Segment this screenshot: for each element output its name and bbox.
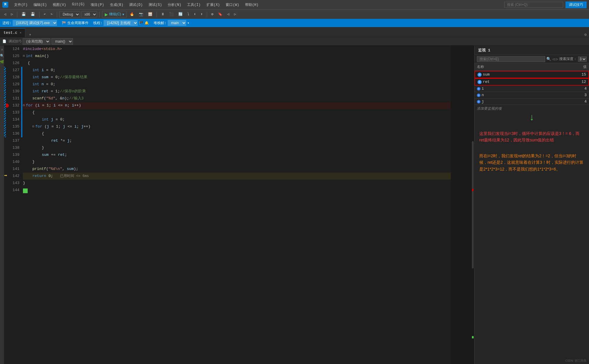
function-select[interactable]: main() <box>51 38 73 45</box>
toolbar-restart[interactable]: 🔄 <box>177 11 184 17</box>
toolbar-fire[interactable]: 🔥 <box>128 11 136 17</box>
toolbar-save[interactable]: 💾 <box>20 11 28 17</box>
annotation-arrow: ↓ <box>475 112 589 123</box>
code-line-125: ⊟ int main() <box>23 53 451 60</box>
annotation-area: 这里我们发现当i=3时，循环中计算的应该是3！= 6，而ret最终结果为12，因… <box>475 126 589 177</box>
minimap-thumb[interactable] <box>472 141 474 268</box>
code-line-139: sum += ret; <box>23 151 451 158</box>
collapse-125[interactable]: ⊟ <box>23 53 25 60</box>
toolbar-nav1[interactable]: ◁ <box>225 11 231 17</box>
toolbar-pause[interactable]: ⏸ <box>159 11 166 17</box>
code-area[interactable]: #include<stdio.h> ⊟ int main() { int i =… <box>21 46 451 364</box>
watch-depth-select[interactable]: 3 <box>578 56 587 62</box>
tab-test-c[interactable]: test.c × <box>0 28 25 37</box>
global-search-input[interactable] <box>504 2 563 8</box>
watch-row-j[interactable]: ◎ j 4 <box>475 98 589 105</box>
continue-button[interactable]: ▶ 继续(C) ▾ <box>102 11 127 18</box>
toolbar-nav2[interactable]: ▷ <box>232 11 238 17</box>
code-line-126: { <box>23 60 451 67</box>
menu-edit[interactable]: 编辑(E) <box>31 2 49 8</box>
menu-extensions[interactable]: 扩展(X) <box>204 2 222 8</box>
play-icon: ▶ <box>105 12 108 17</box>
gutter-141: 141 <box>4 166 21 173</box>
thread-select[interactable]: [14292] 主线程 <box>104 20 138 26</box>
toolbar-undo[interactable]: ↶ <box>42 11 47 17</box>
scope-bar: 📄 调试技巧 (全局范围) main() <box>0 37 589 46</box>
tab-close[interactable]: × <box>20 31 22 35</box>
watch-back-icon[interactable]: ◁ <box>552 57 555 61</box>
toolbar-window[interactable]: 🪟 <box>146 11 154 17</box>
debug-stripe-128 <box>4 74 6 81</box>
debug-left-bar-136 <box>21 130 22 137</box>
toolbar-step-over[interactable]: ⤵ <box>186 11 191 17</box>
arch-select[interactable]: x86 <box>81 11 97 18</box>
toolbar-forward[interactable]: ▷ <box>9 11 15 17</box>
code-line-131: scanf("%d", &n);//输入3 <box>23 95 451 102</box>
activity-icon-1[interactable]: ≡ <box>1 48 3 51</box>
collapse-132[interactable]: ⊟ <box>23 102 25 109</box>
code-line-132: ⊟ for (i = 1; i <= n; i++) <box>23 102 451 109</box>
gutter-136: 136 <box>4 130 21 137</box>
menu-test[interactable]: 测试(S) <box>146 2 164 8</box>
gutter-126: 126 <box>4 60 21 67</box>
watermark: CSDN @江池鱼 <box>565 358 587 363</box>
toolbar-redo[interactable]: ↷ <box>49 11 54 17</box>
gutter-124: 124 <box>4 46 21 53</box>
debug-config-select[interactable]: Debug <box>59 11 80 18</box>
scope-select[interactable]: (全局范围) <box>23 38 50 45</box>
activity-icon-3[interactable]: 🌿 <box>0 60 4 64</box>
continue-dropdown-icon: ▾ <box>122 12 124 16</box>
menu-file[interactable]: 文件(F) <box>12 2 30 8</box>
tab-label: test.c <box>4 31 17 35</box>
activity-icon-2[interactable]: 🔍 <box>0 54 4 58</box>
toolbar-sep-3 <box>57 11 57 17</box>
gutter-142: 142 ➡ <box>4 173 21 180</box>
menu-analyze[interactable]: 分析(N) <box>165 2 184 8</box>
watch-row-sum-name: ◎ sum <box>475 71 565 78</box>
editor-settings-icon[interactable]: ⚙ <box>584 32 587 37</box>
tab-more[interactable]: ▾ <box>26 32 34 37</box>
menu-debug[interactable]: 调试(D) <box>127 2 145 8</box>
watch-row-i[interactable]: ◎ i 4 <box>475 86 589 92</box>
scope-file-icon: 📄 调试技巧 <box>2 39 21 44</box>
watch-depth-label: 搜索深度： <box>559 56 577 61</box>
toolbar-bookmark[interactable]: 🔖 <box>216 11 224 17</box>
process-select[interactable]: [18352] 调试技巧.exe <box>13 20 57 26</box>
stack-select[interactable]: main <box>168 20 186 26</box>
watch-row-sum[interactable]: ◎ sum 15 <box>475 71 589 78</box>
menu-help[interactable]: 帮助(H) <box>243 2 261 8</box>
menu-view[interactable]: 视图(V) <box>50 2 69 8</box>
toolbar-step-out[interactable]: ⬆ <box>199 11 204 17</box>
gutter-130: 130 <box>4 88 21 95</box>
toolbar-more1[interactable]: ⚙ <box>209 11 215 17</box>
gutter-131: 131 <box>4 95 21 102</box>
menu-project[interactable]: 项目(P) <box>88 2 107 8</box>
gutter-135: 135 <box>4 123 21 130</box>
watch-row-n[interactable]: ◎ n 3 <box>475 92 589 98</box>
gutter-133: 133 <box>4 109 21 116</box>
watch-forward-icon[interactable]: ▷ <box>556 57 558 61</box>
app-title: 调试技巧 <box>565 1 587 8</box>
collapse-135[interactable]: ⊟ <box>32 123 34 130</box>
menu-tools[interactable]: 工具(I) <box>185 2 203 8</box>
debug-left-bar-128 <box>21 74 22 81</box>
menu-build[interactable]: 生成(B) <box>108 2 126 8</box>
watch-row-n-name: ◎ n <box>475 92 565 98</box>
watch-add-row[interactable]: 添加要监视的项 <box>475 105 589 112</box>
toolbar-save2[interactable]: 💾 <box>29 11 37 17</box>
search-icon[interactable]: 🔍 <box>546 57 551 61</box>
watch-row-ret[interactable]: ◎ ret 12 <box>475 78 589 86</box>
menu-git[interactable]: Git(G) <box>70 2 87 8</box>
code-line-141: printf("%d\n", sum); <box>23 166 451 173</box>
toolbar-step-into[interactable]: ⬇ <box>192 11 198 17</box>
code-line-136: { <box>23 130 451 137</box>
toolbar-snapshot[interactable]: 📷 <box>137 11 145 17</box>
menu-window[interactable]: 窗口(W) <box>223 2 242 8</box>
toolbar-back[interactable]: ◁ <box>2 11 8 17</box>
code-line-142: return 0; 已用时间 <= 6ms <box>23 173 451 180</box>
toolbar-stop[interactable]: ⬛ <box>167 11 175 17</box>
main-layout: ≡ 🔍 🌿 124 125 126 127 128 129 130 131 13… <box>0 46 589 364</box>
stack-expand[interactable]: ▾ <box>187 21 189 25</box>
debug-left-bar-133 <box>21 109 22 116</box>
watch-search-input[interactable] <box>477 56 545 62</box>
